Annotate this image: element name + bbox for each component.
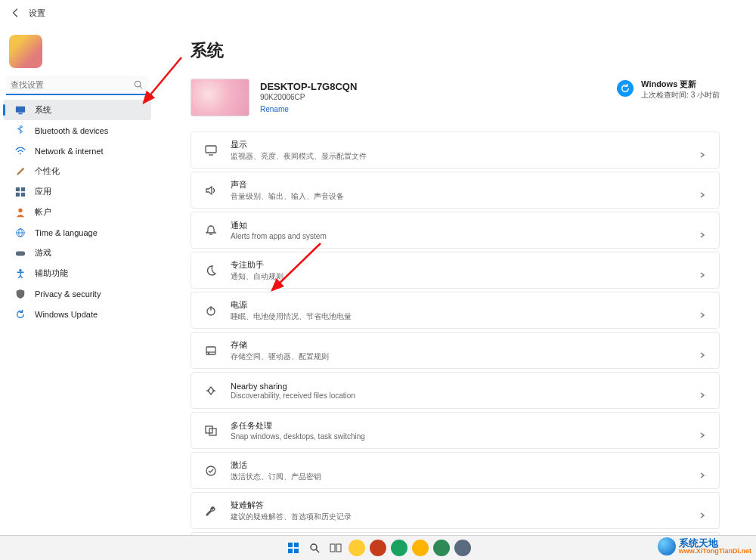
settings-item-sound[interactable]: 声音音量级别、输出、输入、声音设备 [191, 172, 720, 209]
sync-icon [617, 80, 634, 97]
device-name: DESKTOP-L7G8CQN [260, 81, 357, 92]
settings-item-activation[interactable]: 激活激活状态、订阅、产品密钥 [191, 452, 720, 489]
back-icon[interactable] [11, 8, 21, 18]
sidebar-item-gaming[interactable]: 游戏 [3, 243, 151, 263]
sidebar-item-label: 游戏 [35, 247, 51, 258]
sidebar-item-apps[interactable]: 应用 [3, 181, 151, 202]
settings-item-multitask[interactable]: 多任务处理Snap windows, desktops, task switch… [191, 412, 720, 449]
accessibility-icon [15, 268, 26, 279]
chevron-right-icon [699, 187, 705, 193]
svg-rect-20 [206, 347, 215, 354]
sync-icon [15, 309, 26, 320]
nav-list: 系统Bluetooth & devicesNetwork & internet个… [0, 100, 154, 324]
taskbar-taskview-icon[interactable] [327, 540, 344, 556]
watermark-globe-icon [658, 537, 676, 555]
nearby-icon [205, 385, 217, 397]
taskbar-chrome-icon[interactable] [391, 540, 407, 556]
sidebar-item-time[interactable]: Time & language [3, 222, 151, 243]
chevron-right-icon [699, 308, 705, 314]
sidebar-item-personalization[interactable]: 个性化 [3, 161, 151, 181]
sidebar-item-label: Time & language [35, 228, 98, 237]
rename-link[interactable]: Rename [260, 105, 289, 113]
device-thumbnail [191, 79, 249, 116]
taskbar-browser2-icon[interactable] [433, 540, 450, 556]
sidebar-item-label: 个性化 [35, 166, 60, 177]
settings-item-title: 多任务处理 [231, 420, 686, 432]
sidebar-item-label: Windows Update [35, 310, 98, 319]
wrench-icon [205, 505, 217, 517]
chevron-right-icon [699, 227, 705, 234]
sidebar-item-network[interactable]: Network & internet [3, 141, 151, 161]
svg-rect-30 [288, 543, 293, 547]
search-input[interactable] [6, 76, 148, 94]
settings-item-display[interactable]: 显示监视器、亮度、夜间模式、显示配置文件 [191, 131, 720, 169]
sidebar-item-accounts[interactable]: 帐户 [3, 202, 151, 222]
settings-item-title: 电源 [231, 299, 686, 311]
svg-point-34 [311, 544, 317, 550]
sidebar-item-update[interactable]: Windows Update [3, 304, 151, 324]
sidebar-item-label: Privacy & security [35, 289, 101, 299]
sidebar-item-label: 系统 [35, 104, 51, 116]
device-info: DESKTOP-L7G8CQN 90K20006CP Rename [191, 79, 357, 116]
settings-item-subtitle: Snap windows, desktops, task switching [231, 432, 686, 441]
settings-item-title: 声音 [231, 179, 686, 190]
svg-rect-5 [16, 187, 20, 190]
multitask-icon [205, 425, 217, 437]
chevron-right-icon [699, 388, 705, 394]
shield-icon [15, 289, 26, 299]
check-icon [205, 465, 217, 477]
settings-item-title: Nearby sharing [231, 382, 686, 391]
taskbar-start-icon[interactable] [285, 540, 302, 556]
watermark: 系统天地 www.XiTongTianDi.net [658, 537, 751, 555]
search-icon [133, 79, 144, 90]
svg-rect-13 [16, 251, 25, 255]
settings-item-nearby[interactable]: Nearby sharingDiscoverability, received … [191, 372, 720, 409]
display-icon [205, 144, 217, 156]
svg-point-27 [206, 466, 215, 475]
title-bar: 设置 [0, 0, 756, 26]
window-title: 设置 [29, 8, 45, 19]
windows-update-status[interactable]: Windows 更新 上次检查时间: 3 小时前 [617, 79, 720, 101]
svg-rect-15 [206, 146, 216, 153]
sidebar-item-label: 应用 [35, 186, 51, 197]
svg-rect-32 [288, 549, 293, 553]
settings-item-subtitle: Alerts from apps and system [231, 232, 686, 240]
chevron-right-icon [699, 147, 705, 153]
svg-line-1 [140, 86, 143, 89]
sidebar-item-privacy[interactable]: Privacy & security [3, 283, 151, 304]
settings-item-storage[interactable]: 存储存储空间、驱动器、配置规则 [191, 332, 720, 369]
taskbar-explorer-icon[interactable] [349, 540, 365, 556]
taskbar-office-icon[interactable] [370, 540, 386, 556]
chevron-right-icon [699, 348, 705, 354]
sidebar-item-accessibility[interactable]: 辅助功能 [3, 263, 151, 283]
page-title: 系统 [191, 39, 720, 62]
moon-icon [205, 265, 217, 277]
settings-item-title: 存储 [231, 339, 686, 351]
settings-item-notify[interactable]: 通知Alerts from apps and system [191, 212, 720, 249]
settings-item-troubleshoot[interactable]: 疑难解答建议的疑难解答、首选项和历史记录 [191, 492, 720, 529]
settings-item-title: 显示 [231, 139, 686, 150]
sidebar-item-bluetooth[interactable]: Bluetooth & devices [3, 120, 151, 141]
settings-item-title: 通知 [231, 220, 686, 231]
taskbar-settings-icon[interactable] [454, 540, 471, 556]
chevron-right-icon [699, 428, 705, 434]
chevron-right-icon [699, 508, 705, 514]
svg-point-9 [18, 208, 22, 212]
taskbar[interactable] [0, 535, 756, 560]
search-field[interactable] [6, 76, 148, 95]
settings-item-power[interactable]: 电源睡眠、电池使用情况、节省电池电量 [191, 292, 720, 329]
svg-point-14 [19, 268, 22, 271]
taskbar-edge-icon[interactable] [412, 540, 429, 556]
svg-rect-8 [21, 192, 25, 196]
sidebar-item-system[interactable]: 系统 [3, 100, 151, 120]
user-avatar[interactable] [9, 35, 42, 68]
settings-item-subtitle: 睡眠、电池使用情况、节省电池电量 [231, 311, 686, 322]
svg-rect-33 [294, 549, 299, 553]
chevron-right-icon [699, 268, 705, 274]
sidebar: 系统Bluetooth & devicesNetwork & internet个… [0, 26, 154, 560]
svg-rect-6 [21, 187, 25, 190]
bluetooth-icon [15, 125, 26, 136]
taskbar-search-icon[interactable] [306, 540, 323, 556]
settings-item-focus[interactable]: 专注助手通知、自动规则 [191, 252, 720, 289]
person-icon [15, 207, 26, 218]
